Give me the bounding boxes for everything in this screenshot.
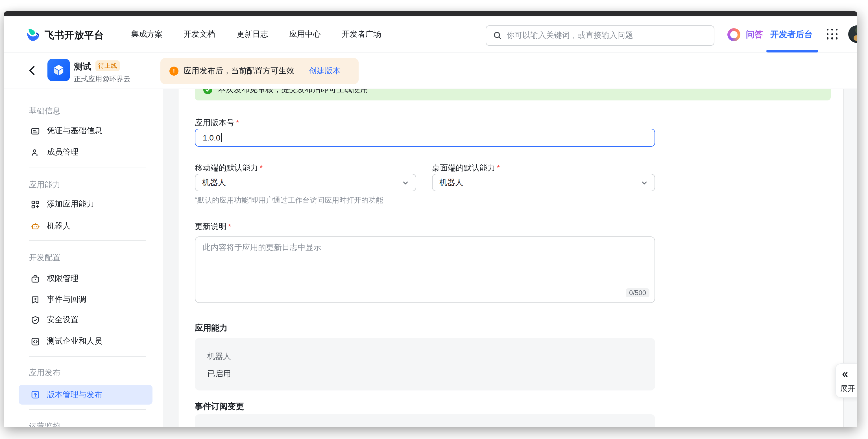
sidebar-section-monitoring: 运营监控 xyxy=(29,421,60,427)
update-notes-textarea[interactable] xyxy=(195,237,654,302)
main-content: 本次发布免审核，提交发布后即可上线使用 应用版本号* 1.0.0 移动端的默认能… xyxy=(179,89,843,427)
desktop-capability-select[interactable]: 机器人 xyxy=(432,174,655,191)
sidebar: 基础信息 凭证与基础信息 成员管理 应用能力 xyxy=(4,89,163,427)
char-counter: 0/500 xyxy=(626,288,649,297)
person-plus-icon xyxy=(31,147,40,157)
app-icon xyxy=(48,59,70,81)
sidebar-item-permissions[interactable]: 权限管理 xyxy=(19,270,153,287)
required-mark: * xyxy=(236,119,239,127)
sidebar-section-release: 应用发布 xyxy=(29,368,60,378)
bookmark-plus-icon xyxy=(31,295,40,304)
sidebar-item-version-release[interactable]: 版本管理与发布 xyxy=(19,385,153,405)
nav-link-docs[interactable]: 开发文档 xyxy=(184,16,215,52)
shield-check-icon xyxy=(31,315,40,325)
capability-section-heading: 应用能力 xyxy=(195,323,227,334)
capability-hint: “默认的应用功能”即用户通过工作台访问应用时打开的功能 xyxy=(195,195,383,205)
nav-link-dev-plaza[interactable]: 开发者广场 xyxy=(342,16,381,52)
expand-label: 展开 xyxy=(840,384,855,394)
nav-link-app-center[interactable]: 应用中心 xyxy=(289,16,321,52)
create-version-link[interactable]: 创建版本 xyxy=(309,66,341,76)
search-placeholder: 你可以输入关键词，或直接输入问题 xyxy=(506,31,633,41)
expand-panel-button[interactable]: « 展开 xyxy=(835,363,857,398)
search-input[interactable]: 你可以输入关键词，或直接输入问题 xyxy=(486,25,714,46)
window-titlebar xyxy=(4,11,857,16)
app-subtitle: 正式应用@环界云 xyxy=(74,74,130,84)
sidebar-divider xyxy=(29,240,146,241)
upload-box-icon xyxy=(31,390,40,400)
sidebar-divider xyxy=(29,356,146,357)
apps-grid-icon[interactable] xyxy=(827,29,838,39)
back-icon[interactable] xyxy=(27,65,38,76)
events-card xyxy=(195,414,655,427)
app-version-input[interactable]: 1.0.0 xyxy=(195,129,655,147)
browser-window: 飞书开放平台 集成方案 开发文档 更新日志 应用中心 开发者广场 你可以输入关键… xyxy=(4,11,857,427)
success-banner: 本次发布免审核，提交发布后即可上线使用 xyxy=(195,89,831,100)
developer-console-link[interactable]: 开发者后台 xyxy=(770,16,813,52)
app-header: 测试 待上线 正式应用@环界云 ! 应用发布后，当前配置方可生效 创建版本 xyxy=(4,53,857,89)
update-notes-field: 0/500 xyxy=(195,236,655,303)
grid-plus-icon xyxy=(31,199,40,209)
qa-ring-icon[interactable] xyxy=(727,28,740,41)
sidebar-section-dev-config: 开发配置 xyxy=(29,253,60,263)
sidebar-item-members[interactable]: 成员管理 xyxy=(19,144,153,161)
sidebar-divider xyxy=(29,168,146,168)
top-navbar: 飞书开放平台 集成方案 开发文档 更新日志 应用中心 开发者广场 你可以输入关键… xyxy=(4,16,857,53)
sidebar-item-bot[interactable]: 机器人 xyxy=(19,218,153,235)
capability-status: 已启用 xyxy=(207,369,231,379)
briefcase-lock-icon xyxy=(31,274,40,283)
mobile-capability-label: 移动端的默认能力* xyxy=(195,163,262,173)
app-name: 测试 xyxy=(74,62,91,72)
robot-icon xyxy=(31,222,40,231)
chevron-down-icon xyxy=(402,179,409,186)
mobile-capability-select[interactable]: 机器人 xyxy=(195,174,416,191)
active-tab-underline xyxy=(766,49,818,52)
user-avatar[interactable] xyxy=(848,25,857,43)
desktop-capability-label: 桌面端的默认能力* xyxy=(432,163,500,173)
logo[interactable]: 飞书开放平台 xyxy=(25,28,104,43)
sidebar-item-credentials[interactable]: 凭证与基础信息 xyxy=(19,123,153,139)
id-card-icon xyxy=(31,126,40,136)
warning-icon: ! xyxy=(169,67,179,76)
app-version-value: 1.0.0 xyxy=(203,133,220,142)
publish-warning-banner: ! 应用发布后，当前配置方可生效 创建版本 xyxy=(160,58,359,84)
logo-text: 飞书开放平台 xyxy=(44,29,104,42)
version-label: 应用版本号* xyxy=(195,118,239,128)
capability-card: 机器人 已启用 xyxy=(195,338,655,391)
sidebar-item-test-org[interactable]: 测试企业和人员 xyxy=(19,333,153,350)
capability-name: 机器人 xyxy=(207,351,231,362)
nav-link-changelog[interactable]: 更新日志 xyxy=(237,16,268,52)
sidebar-main-gutter xyxy=(163,89,179,427)
success-banner-text: 本次发布免审核，提交发布后即可上线使用 xyxy=(218,89,368,95)
chevron-down-icon xyxy=(641,179,648,186)
success-check-icon xyxy=(203,89,212,94)
status-badge: 待上线 xyxy=(95,60,120,71)
text-caret xyxy=(221,133,222,142)
sidebar-divider xyxy=(29,409,146,410)
page: 飞书开放平台 集成方案 开发文档 更新日志 应用中心 开发者广场 你可以输入关键… xyxy=(0,0,868,439)
search-icon xyxy=(493,31,502,40)
sidebar-section-basic-info: 基础信息 xyxy=(29,106,60,116)
feishu-logo-icon xyxy=(25,28,41,43)
sidebar-section-capabilities: 应用能力 xyxy=(29,180,60,190)
qa-link[interactable]: 问答 xyxy=(746,16,763,52)
sidebar-item-security[interactable]: 安全设置 xyxy=(19,311,153,328)
notes-label: 更新说明* xyxy=(195,222,231,232)
events-section-heading: 事件订阅变更 xyxy=(195,401,244,412)
warning-text: 应用发布后，当前配置方可生效 xyxy=(184,66,294,76)
sidebar-item-events[interactable]: 事件与回调 xyxy=(19,291,153,308)
double-chevron-left-icon: « xyxy=(842,368,847,380)
sidebar-item-add-capability[interactable]: 添加应用能力 xyxy=(19,196,153,213)
nav-link-integration[interactable]: 集成方案 xyxy=(131,16,163,52)
code-box-icon xyxy=(31,337,40,346)
